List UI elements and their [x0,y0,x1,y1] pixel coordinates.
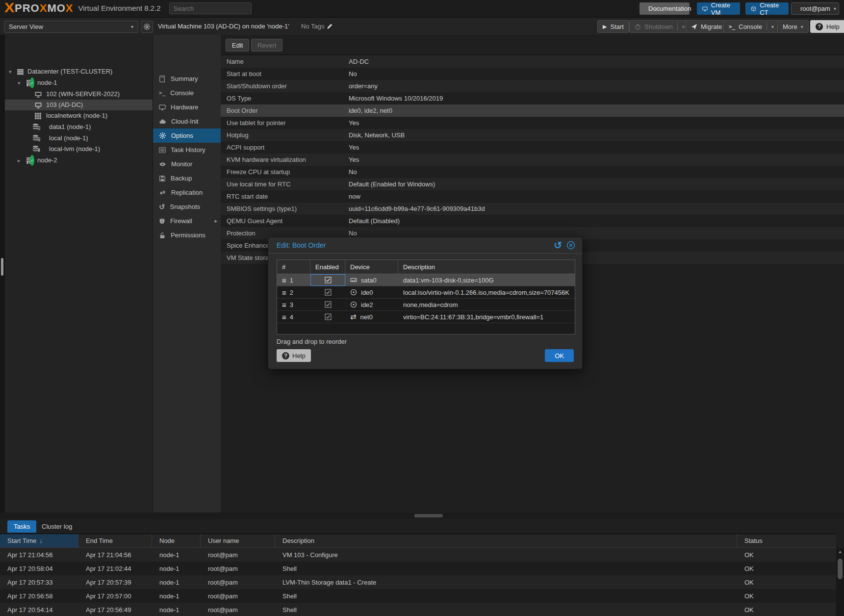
option-row-name[interactable]: NameAD-DC [221,55,844,68]
option-row-startup-order[interactable]: Start/Shutdown orderorder=any [221,80,844,92]
drag-handle-icon[interactable]: ≡ [282,301,286,309]
column-header-description[interactable]: Description [275,534,737,547]
close-icon[interactable] [566,241,575,250]
option-row-kvm[interactable]: KVM hardware virtualizationYes [221,154,844,166]
migrate-button[interactable]: Migrate [686,20,727,33]
option-row-tablet-pointer[interactable]: Use tablet for pointerYes [221,117,844,129]
tab-summary[interactable]: Summary [153,72,221,86]
tree-item-datacenter[interactable]: ▾ Datacenter (TEST-CLUSTER) [5,66,153,77]
caret-right-icon[interactable]: ▸ [18,155,21,166]
boot-entry-sata0[interactable]: ≡1 sata0 data1:vm-103-disk-0,size=100G [277,274,575,286]
tab-monitor[interactable]: Monitor [153,157,221,171]
task-row[interactable]: Apr 17 21:04:56Apr 17 21:04:56node-1root… [0,548,836,562]
tab-permissions[interactable]: Permissions [153,228,221,242]
reset-icon[interactable]: ↺ [554,240,562,250]
tree-item-vm-102[interactable]: 102 (WIN-SERVER-2022) [5,89,153,100]
tab-backup[interactable]: Backup [153,171,221,185]
option-row-smbios[interactable]: SMBIOS settings (type1)uuid=11c6cdd9-b99… [221,203,844,215]
console-button[interactable]: >_ Console ▾ [723,20,779,33]
help-button[interactable]: ? Help [810,20,844,33]
tab-tasks[interactable]: Tasks [7,520,36,533]
documentation-button[interactable]: Documentation [639,2,690,15]
proxmox-app: X PROXMOX Virtual Environment 8.2.2 Docu… [0,0,844,616]
task-row[interactable]: Apr 17 20:56:58Apr 17 20:57:00node-1root… [0,589,836,603]
tree-scrollbar-thumb[interactable] [1,258,3,276]
boot-entry-ide2[interactable]: ≡3 ide2 none,media=cdrom [277,299,575,311]
task-row[interactable]: Apr 17 20:57:33Apr 17 20:57:39node-1root… [0,575,836,589]
status-online-badge: ✓ [30,77,34,88]
user-menu-button[interactable]: root@pam ▾ [791,2,839,15]
search-input[interactable] [169,2,252,14]
task-row[interactable]: Apr 17 20:54:14Apr 17 20:56:49node-1root… [0,603,836,616]
caret-down-icon[interactable]: ▾ [9,66,12,77]
chevron-down-icon[interactable]: ▾ [771,24,774,29]
tab-hardware[interactable]: Hardware [153,100,221,114]
tree-item-storage-data1[interactable]: data1 (node-1) [5,122,153,132]
tree-item-node-2[interactable]: ▸ ✓ node-2 [5,155,153,166]
caret-down-icon[interactable]: ▾ [18,77,21,88]
drag-handle-icon[interactable]: ≡ [282,276,286,284]
tab-cluster-log[interactable]: Cluster log [35,520,78,533]
option-row-acpi[interactable]: ACPI supportYes [221,141,844,154]
horizontal-splitter[interactable] [0,513,844,519]
tree-item-vm-103[interactable]: 103 (AD-DC) [5,100,153,110]
task-scrollbar-thumb[interactable] [838,559,843,579]
edit-boot-order-dialog: Edit: Boot Order ↺ # Enabled Device Desc… [268,237,583,369]
tree-item-storage-local-lvm[interactable]: local-lvm (node-1) [5,144,153,154]
edit-button[interactable]: Edit [226,39,249,51]
option-row-rtc-start-date[interactable]: RTC start datenow [221,190,844,203]
option-row-localtime-rtc[interactable]: Use local time for RTCDefault (Enabled f… [221,178,844,190]
column-header-end-time[interactable]: End Time [78,534,152,547]
more-button[interactable]: More ▾ [777,20,809,33]
tab-snapshots[interactable]: ↺ Snapshots [153,200,221,214]
tab-firewall[interactable]: Firewall ▸ [153,214,221,228]
drag-handle-icon[interactable]: ≡ [282,313,286,321]
scroll-up-icon[interactable]: ▲ [836,549,844,554]
enabled-checkbox[interactable] [310,311,345,323]
boot-entry-net0[interactable]: ≡4 ⇄ net0 virtio=BC:24:11:67:3B:31,bridg… [277,311,575,323]
column-header-node[interactable]: Node [152,534,201,547]
option-row-freeze-cpu[interactable]: Freeze CPU at startupNo [221,166,844,178]
drag-handle-icon[interactable]: ≡ [282,288,286,297]
tree-item-storage-local[interactable]: local (node-1) [5,133,153,144]
start-button[interactable]: ▶ Start [597,20,629,33]
view-select[interactable]: Server View ▾ [4,21,138,33]
option-row-boot-order[interactable]: Boot Orderide0, ide2, net0 [221,104,844,117]
column-header-user-name[interactable]: User name [201,534,275,547]
tags-area[interactable]: No Tags [301,23,333,30]
pencil-icon[interactable] [327,23,333,29]
boot-entry-ide0[interactable]: ≡2 ide0 local:iso/virtio-win-0.1.266.iso… [277,286,575,299]
tree-item-label: 102 (WIN-SERVER-2022) [46,89,120,100]
option-row-hotplug[interactable]: HotplugDisk, Network, USB [221,129,844,141]
column-header-status[interactable]: Status [737,534,836,547]
question-icon: ? [282,352,289,359]
enabled-checkbox[interactable] [310,274,345,286]
create-ct-button[interactable]: Create CT [745,2,789,15]
revert-button[interactable]: Revert [251,39,282,51]
dialog-ok-button[interactable]: OK [545,349,574,362]
shield-icon [159,218,165,225]
tree-item-node-1[interactable]: ▾ ✓ node-1 [5,77,153,88]
enabled-checkbox[interactable] [310,299,345,310]
tree-item-label: node-1 [37,77,57,88]
shutdown-button[interactable]: Shutdown ▾ [629,20,690,33]
chevron-down-icon: ▾ [801,24,803,29]
dialog-help-button[interactable]: ? Help [277,349,311,362]
tab-replication[interactable]: Replication [153,185,221,200]
tab-options[interactable]: Options [153,128,221,143]
tab-task-history[interactable]: Task History [153,143,221,157]
option-row-qemu-agent[interactable]: QEMU Guest AgentDefault (Disabled) [221,215,844,227]
splitter-handle[interactable] [414,514,443,517]
task-row[interactable]: Apr 17 20:58:04Apr 17 21:02:44node-1root… [0,562,836,575]
tree-item-localnetwork[interactable]: localnetwork (node-1) [5,110,153,121]
tree-settings-button[interactable] [141,21,153,33]
log-panel: Tasks Cluster log Start Time ↓ End Time … [0,519,844,616]
column-header-start-time[interactable]: Start Time ↓ [0,534,78,547]
tab-console[interactable]: >_ Console [153,86,221,100]
option-row-start-at-boot[interactable]: Start at bootNo [221,68,844,80]
enabled-checkbox[interactable] [310,286,345,298]
chevron-down-icon[interactable]: ▾ [682,24,685,29]
option-row-os-type[interactable]: OS TypeMicrosoft Windows 10/2016/2019 [221,92,844,104]
create-vm-button[interactable]: Create VM [697,2,740,15]
tab-cloud-init[interactable]: Cloud-Init [153,114,221,128]
